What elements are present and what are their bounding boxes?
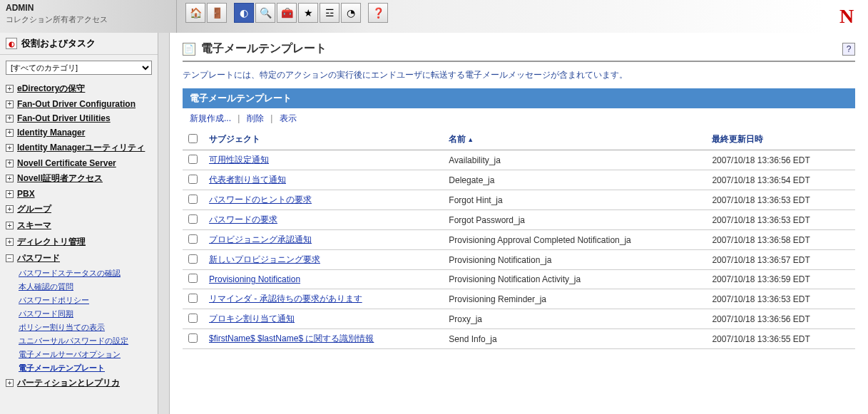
subject-link[interactable]: 可用性設定通知	[209, 155, 269, 165]
row-checkbox[interactable]	[188, 294, 198, 303]
nav-link[interactable]: Fan-Out Driver Utilities	[17, 113, 111, 123]
help-icon[interactable]: ?	[842, 43, 855, 56]
sub-item: 電子メールサーバオプション	[0, 348, 158, 361]
nav-item: +PBX	[0, 187, 158, 201]
sub-link[interactable]: 電子メールテンプレート	[19, 363, 105, 372]
col-subject[interactable]: サブジェクト	[203, 129, 443, 150]
expand-icon[interactable]: +	[6, 115, 14, 123]
name-cell: Availability_ja	[443, 150, 706, 170]
sub-item: ポリシー割り当ての表示	[0, 321, 158, 334]
row-checkbox[interactable]	[188, 195, 198, 204]
subject-link[interactable]: パスワードのヒントの要求	[209, 195, 312, 205]
sub-link[interactable]: 電子メールサーバオプション	[19, 350, 121, 358]
panel-header: 電子メールテンプレート	[183, 88, 855, 108]
nav-link[interactable]: パーティションとレプリカ	[17, 377, 120, 389]
delete-action[interactable]: 削除	[247, 113, 264, 123]
expand-icon[interactable]: +	[6, 129, 14, 137]
nav-link[interactable]: グループ	[17, 203, 51, 215]
date-cell: 2007/10/18 13:36:59 EDT	[706, 270, 855, 289]
misc-icon[interactable]: ◔	[341, 3, 361, 23]
sidebar-scrollbar[interactable]	[158, 33, 170, 414]
favorites-icon[interactable]: ★	[298, 3, 318, 23]
row-checkbox[interactable]	[188, 274, 198, 283]
sub-link[interactable]: ポリシー割り当ての表示	[19, 323, 105, 331]
name-cell: Provisioning Notification Activity_ja	[443, 270, 706, 289]
nav-link[interactable]: パスワード	[17, 252, 60, 264]
templates-table: サブジェクト 名前▲ 最終更新日時 可用性設定通知Availability_ja…	[183, 129, 855, 349]
body-area: ◐ 役割およびタスク [すべてのカテゴリ] +eDirectoryの保守+Fan…	[0, 33, 868, 414]
sub-link[interactable]: パスワードステータスの確認	[19, 269, 121, 277]
expand-icon[interactable]: +	[6, 144, 14, 152]
expand-icon[interactable]: +	[6, 190, 14, 198]
sub-item: パスワード同期	[0, 307, 158, 321]
select-all-checkbox[interactable]	[188, 134, 198, 143]
sub-link[interactable]: パスワードポリシー	[19, 296, 89, 304]
expand-icon[interactable]: +	[6, 160, 14, 167]
sub-item: パスワードステータスの確認	[0, 266, 158, 280]
nav-link[interactable]: ディレクトリ管理	[17, 236, 86, 248]
nav-link[interactable]: Novell証明者アクセス	[17, 172, 103, 185]
nav-link[interactable]: eDirectoryの保守	[17, 83, 85, 95]
novell-logo: N	[839, 5, 854, 28]
subject-link[interactable]: プロビジョニング承認通知	[209, 234, 312, 244]
role-tasks-icon[interactable]: ◐	[234, 3, 254, 23]
category-row: [すべてのカテゴリ]	[0, 55, 158, 81]
sub-link[interactable]: 本人確認の質問	[19, 282, 73, 291]
exit-icon[interactable]: 🚪	[207, 3, 227, 23]
subject-link[interactable]: $firstName$ $lastName$ に関する識別情報	[209, 333, 374, 343]
show-action[interactable]: 表示	[280, 113, 297, 123]
nav-link[interactable]: PBX	[17, 189, 35, 199]
expand-icon[interactable]: +	[6, 100, 14, 108]
nav-link[interactable]: Identity Managerユーティリティ	[17, 142, 145, 154]
help-toolbar-icon[interactable]: ❓	[368, 3, 388, 23]
page-description: テンプレートには、特定のアクションの実行後にエンドユーザに転送する電子メールメッ…	[183, 69, 855, 81]
sidebar: ◐ 役割およびタスク [すべてのカテゴリ] +eDirectoryの保守+Fan…	[0, 33, 158, 414]
search-icon[interactable]: 🔍	[255, 3, 275, 23]
nav-link[interactable]: Novell Certificate Server	[17, 158, 116, 168]
expand-icon[interactable]: +	[6, 205, 14, 213]
row-checkbox[interactable]	[188, 234, 198, 244]
sidebar-title: 役割およびタスク	[21, 37, 96, 50]
row-checkbox[interactable]	[188, 333, 198, 343]
col-name[interactable]: 名前▲	[443, 129, 706, 150]
row-checkbox[interactable]	[188, 254, 198, 264]
new-action[interactable]: 新規作成...	[190, 113, 231, 123]
list-icon[interactable]: ☲	[320, 3, 339, 23]
col-date[interactable]: 最終更新日時	[706, 129, 855, 150]
name-cell: Forgot Hint_ja	[443, 190, 706, 210]
expand-icon[interactable]: +	[6, 175, 14, 182]
date-cell: 2007/10/18 13:36:56 EDT	[706, 150, 855, 170]
category-select[interactable]: [すべてのカテゴリ]	[6, 61, 152, 75]
subject-link[interactable]: プロキシ割り当て通知	[209, 314, 295, 324]
expand-icon[interactable]: +	[6, 85, 14, 93]
nav-item: +ディレクトリ管理	[0, 234, 158, 250]
table-row: パスワードの要求Forgot Password_ja2007/10/18 13:…	[183, 210, 855, 230]
date-cell: 2007/10/18 13:36:57 EDT	[706, 250, 855, 270]
subject-link[interactable]: Provisioning Notification	[209, 274, 300, 284]
expand-icon[interactable]: +	[6, 379, 14, 387]
subject-link[interactable]: リマインダ - 承認待ちの要求があります	[209, 294, 362, 304]
nav-link[interactable]: Identity Manager	[17, 128, 85, 138]
row-checkbox[interactable]	[188, 175, 198, 184]
sort-indicator-icon: ▲	[467, 136, 474, 143]
nav-item: +Fan-Out Driver Configuration	[0, 97, 158, 111]
collapse-icon[interactable]: −	[6, 254, 14, 262]
row-checkbox[interactable]	[188, 214, 198, 224]
name-cell: Forgot Password_ja	[443, 210, 706, 230]
nav-link[interactable]: スキーマ	[17, 219, 51, 232]
sidebar-title-row: ◐ 役割およびタスク	[0, 33, 158, 55]
table-row: $firstName$ $lastName$ に関する識別情報Send Info…	[183, 329, 855, 349]
home-icon[interactable]: 🏠	[185, 3, 205, 23]
subject-link[interactable]: 代表者割り当て通知	[209, 175, 286, 185]
row-checkbox[interactable]	[188, 155, 198, 164]
expand-icon[interactable]: +	[6, 222, 14, 229]
date-cell: 2007/10/18 13:36:54 EDT	[706, 170, 855, 190]
toolbox-icon[interactable]: 🧰	[277, 3, 297, 23]
sub-link[interactable]: ユニバーサルパスワードの設定	[19, 336, 128, 345]
row-checkbox[interactable]	[188, 314, 198, 323]
expand-icon[interactable]: +	[6, 238, 14, 246]
subject-link[interactable]: 新しいプロビジョニング要求	[209, 254, 320, 264]
subject-link[interactable]: パスワードの要求	[209, 214, 277, 224]
sub-link[interactable]: パスワード同期	[19, 309, 73, 318]
nav-link[interactable]: Fan-Out Driver Configuration	[17, 99, 136, 109]
